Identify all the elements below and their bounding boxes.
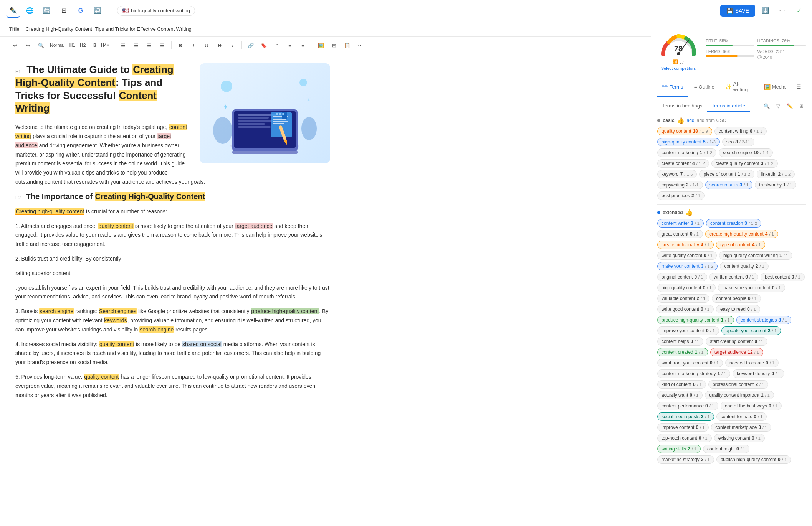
- tag-type-of-content[interactable]: type of content 4 / 1: [716, 241, 765, 249]
- italic2-btn[interactable]: I: [227, 40, 238, 51]
- h4-btn[interactable]: H4+: [99, 42, 111, 49]
- redo-btn[interactable]: ↪: [22, 40, 34, 51]
- tag-top-notch[interactable]: top-notch content 0 / 1: [657, 434, 712, 442]
- tag-start-creating[interactable]: start creating content 0 / 1: [706, 337, 767, 346]
- tag-make-your-content[interactable]: make your content 3 / 1-2: [657, 262, 718, 270]
- basic-emoji[interactable]: 👍: [677, 117, 685, 124]
- search-btn[interactable]: 🔍: [35, 40, 47, 51]
- tag-best-ways[interactable]: one of the best ways 0 / 1: [721, 402, 782, 410]
- tag-piece-of-content[interactable]: piece of content 1 / 1-2: [699, 170, 754, 178]
- tag-publish-hq[interactable]: publish high-quality content 0 / 1: [716, 455, 791, 464]
- para-intro[interactable]: Creating high-quality content is crucial…: [15, 207, 330, 216]
- tag-create-hq[interactable]: create high-quality 4 / 1: [657, 241, 714, 249]
- bullet-list-btn[interactable]: ≡: [284, 40, 296, 51]
- tag-make-sure[interactable]: make sure your content 0 / 1: [718, 284, 785, 292]
- undo-btn[interactable]: ↩: [9, 40, 21, 51]
- tag-content-helps[interactable]: content helps 0 / 1: [657, 337, 703, 346]
- competitors-link[interactable]: Select competitors: [657, 66, 700, 71]
- download-icon[interactable]: ⬇️: [758, 4, 772, 18]
- strikethrough-btn[interactable]: S: [214, 40, 225, 51]
- numbered-list-btn[interactable]: ≡: [297, 40, 309, 51]
- tag-valuable-content[interactable]: valuable content 2 / 1: [657, 294, 709, 303]
- editor-content[interactable]: ✦ + +: [0, 54, 346, 414]
- tag-high-quality[interactable]: high-quality content 5 / 1-3: [657, 138, 720, 146]
- tag-best-practices[interactable]: best practices 2 / 1: [657, 191, 705, 200]
- tag-create-hq-content[interactable]: create high-quality content 4 / 1: [705, 230, 778, 238]
- style-select[interactable]: Normal: [48, 42, 66, 49]
- tag-existing-content[interactable]: existing content 0 / 1: [714, 434, 765, 442]
- tag-original-content[interactable]: original content 0 / 1: [657, 273, 707, 281]
- tag-cms[interactable]: content marketing strategy 1 / 1: [657, 369, 730, 378]
- tag-actually-want[interactable]: actually want 0 / 1: [657, 391, 703, 399]
- tag-produce-hq[interactable]: produce high-quality content 1 / 1: [657, 316, 734, 324]
- italic-btn[interactable]: I: [188, 40, 199, 51]
- tag-write-good[interactable]: write good content 0 / 1: [657, 305, 714, 313]
- tab-outline[interactable]: ≡ Outline: [689, 77, 719, 97]
- align-left-btn[interactable]: ☰: [117, 40, 129, 51]
- tag-great-content[interactable]: great content 0 / 1: [657, 230, 703, 238]
- tag-trustworthy[interactable]: trustworthy 1 / 1: [755, 181, 796, 189]
- tag-keyword[interactable]: keyword 7 / 1-5: [657, 170, 697, 178]
- h2-heading[interactable]: H2 The Importance of Creating High-Quali…: [15, 192, 330, 201]
- quote-btn[interactable]: ": [271, 40, 283, 51]
- tag-content-formats[interactable]: content formats 0 / 1: [716, 412, 767, 421]
- tag-best-content[interactable]: best content 0 / 1: [761, 273, 804, 281]
- tag-needed-to-create[interactable]: needed to create 0 / 1: [725, 359, 779, 367]
- tag-create-quality[interactable]: create quality content 3 / 1-2: [711, 159, 778, 168]
- para-5[interactable]: 5. Provides long-term value: quality con…: [15, 373, 330, 400]
- history-icon[interactable]: ↩️: [91, 4, 104, 18]
- tag-content-people[interactable]: content people 0 / 1: [712, 294, 761, 303]
- para-1[interactable]: 1. Attracts and engages audience: qualit…: [15, 222, 330, 249]
- copy-btn[interactable]: 📋: [341, 40, 353, 51]
- add-gsc-link[interactable]: add from GSC: [697, 118, 726, 123]
- title-value[interactable]: Creating High-Quality Content: Tips and …: [26, 26, 192, 32]
- tag-improve-content[interactable]: improve content 0 / 1: [657, 423, 709, 432]
- edit-icon[interactable]: ✏️: [785, 102, 794, 111]
- h1-btn[interactable]: H1: [68, 42, 77, 49]
- tag-content-writing[interactable]: content writing 8 / 1-3: [714, 127, 767, 135]
- tag-content-perf[interactable]: content performance 0 / 1: [657, 402, 718, 410]
- tag-write-quality[interactable]: write quality content 0 / 1: [657, 251, 717, 260]
- h3-btn[interactable]: H3: [89, 42, 98, 49]
- tag-written-content[interactable]: written content 0 / 1: [709, 273, 758, 281]
- tag-hq-writing[interactable]: high-quality content writing 1 / 1: [719, 251, 792, 260]
- tag-hq-content[interactable]: high quality content 0 / 1: [657, 284, 716, 292]
- tag-content-strategies[interactable]: content strategies 3 / 1: [736, 316, 792, 324]
- subtab-headings[interactable]: Terms in headings: [657, 101, 707, 112]
- tag-want-from[interactable]: want from your content 0 / 1: [657, 359, 723, 367]
- more-icon[interactable]: ⋯: [775, 4, 789, 18]
- tag-create-content[interactable]: create content 4 / 1-2: [657, 159, 709, 168]
- tag-target-audience[interactable]: target audience 12 / 1: [710, 348, 763, 356]
- tag-content-quality[interactable]: content quality 2 / 1: [720, 262, 768, 270]
- tag-content-creation[interactable]: content creation 3 / 1-2: [706, 219, 761, 228]
- para-2b[interactable]: rafting superior content,: [15, 269, 330, 278]
- link-btn[interactable]: 🔗: [245, 40, 256, 51]
- tag-copywriting[interactable]: copywriting 2 / 1-1: [657, 181, 703, 189]
- keyword-pill[interactable]: 🇺🇸 high-quality content writing: [117, 6, 195, 16]
- search-filter-icon[interactable]: 🔍: [762, 102, 771, 111]
- subtab-article[interactable]: Terms in article: [707, 101, 750, 112]
- tag-social-media-posts[interactable]: social media posts 3 / 1: [657, 412, 714, 421]
- check-icon[interactable]: ✓: [792, 4, 806, 18]
- tag-update-your[interactable]: update your content 2 / 1: [721, 326, 781, 335]
- tag-easy-to-read[interactable]: easy to read 0 / 1: [716, 305, 760, 313]
- tag-seo[interactable]: seo 8 / 2-11: [722, 138, 754, 146]
- tab-media[interactable]: 🖼️ Media: [759, 77, 790, 97]
- tag-search-results[interactable]: search results 3 / 1: [705, 181, 753, 189]
- tag-marketing-strategy[interactable]: marketing strategy 2 / 1: [657, 455, 714, 464]
- filter-icon[interactable]: ▽: [774, 102, 783, 111]
- save-button[interactable]: 💾 SAVE: [720, 5, 755, 17]
- tag-linkedin[interactable]: linkedin 2 / 1-2: [757, 170, 795, 178]
- tag-professional[interactable]: professional content 2 / 1: [708, 380, 768, 389]
- tag-content-writer[interactable]: content writer 3 / 1: [657, 219, 704, 228]
- para-4[interactable]: 4. Increases social media visibility: qu…: [15, 340, 330, 367]
- para-3[interactable]: 3. Boosts search engine rankings: Search…: [15, 307, 330, 334]
- globe-icon[interactable]: 🌐: [23, 4, 37, 18]
- para-2[interactable]: 2. Builds trust and credibility: By cons…: [15, 254, 330, 264]
- tag-content-created[interactable]: content created 1 / 1: [657, 348, 708, 356]
- tab-settings[interactable]: ☰: [792, 77, 806, 97]
- tag-content-might[interactable]: content might 0 / 1: [703, 445, 749, 453]
- google-icon[interactable]: G: [74, 4, 88, 18]
- refresh-icon[interactable]: 🔄: [40, 4, 54, 18]
- align-center-btn[interactable]: ☰: [131, 40, 142, 51]
